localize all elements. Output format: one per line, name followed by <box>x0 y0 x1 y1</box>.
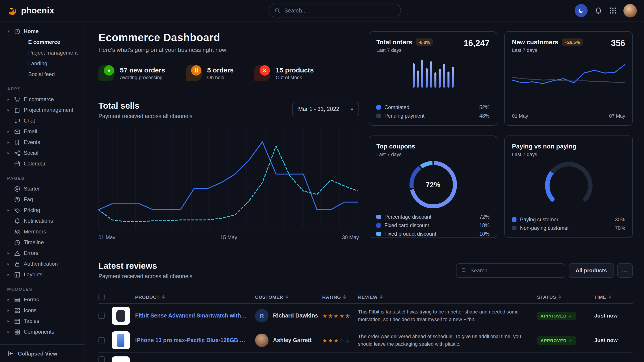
sidebar-item-faq[interactable]: Faq <box>6 194 82 205</box>
stat-value: 15 products <box>276 66 314 73</box>
paying-vs-nonpaying-card: Paying vs non paying Last 7 days Paying … <box>504 135 633 238</box>
sidebar-item-e-commerce[interactable]: ▸E commerce <box>6 94 82 105</box>
stat-value: 57 new orders <box>120 66 165 73</box>
sidebar-item-events[interactable]: ▸Events <box>6 137 82 148</box>
sidebar-item-label: Pricing <box>24 207 40 213</box>
stat-new-orders: ★ 57 new orders Awating processing <box>98 65 165 81</box>
notifications-button[interactable] <box>594 6 602 14</box>
share-icon <box>14 150 20 156</box>
chevron-right-icon: ▸ <box>6 262 11 266</box>
legend-item: Non-paying customer 70% <box>512 225 625 231</box>
main-content: Ecommerce Dashboard Here's what's going … <box>85 21 644 362</box>
sidebar-item-members[interactable]: Members <box>6 226 82 237</box>
card-title: Paying vs non paying <box>512 143 576 150</box>
product-thumbnail[interactable] <box>112 331 130 349</box>
sidebar-item-home[interactable]: ▾ Home <box>6 26 82 37</box>
chevron-right-icon: ▸ <box>6 129 11 134</box>
sidebar-item-forms[interactable]: ▸Forms <box>6 294 82 305</box>
legend-item: Completed 52% <box>376 105 490 110</box>
row-checkbox[interactable] <box>98 357 105 362</box>
stat-out-of-stock: × 15 products Out of stock <box>254 65 314 81</box>
legend-item: Percentage discount 72% <box>376 214 490 220</box>
sidebar-item-notifications[interactable]: Notifications <box>6 216 82 226</box>
sidebar-item-components[interactable]: ▸Components <box>6 327 82 337</box>
column-header-rating[interactable]: RATING <box>322 294 358 299</box>
sidebar-item-e-commerce[interactable]: E commerce <box>6 37 82 47</box>
search-icon <box>274 7 281 14</box>
stat-bubble: × <box>254 65 270 81</box>
row-checkbox[interactable] <box>98 337 105 344</box>
column-header-time[interactable]: TIME <box>594 294 633 299</box>
table-row[interactable]: iPhone 13 pro max-Pacific Blue-128GB sto… <box>98 328 633 353</box>
product-thumbnail[interactable] <box>112 357 130 362</box>
user-avatar[interactable] <box>624 4 637 17</box>
sidebar-item-label: Social <box>24 150 38 156</box>
sidebar-item-label: Project management <box>24 107 73 113</box>
column-header-status[interactable]: STATUS <box>537 294 594 299</box>
table-row[interactable]: Fitbit Sense Advanced Smartwatch with To… <box>98 304 633 328</box>
clipboard-icon <box>14 107 20 113</box>
new-customers-chart <box>512 58 625 101</box>
star-icon: ★ <box>107 67 111 73</box>
legend-item: Pending payment 48% <box>376 113 490 118</box>
column-header-customer[interactable]: CUSTOMER <box>255 294 322 299</box>
sidebar-item-errors[interactable]: ▸Errors <box>6 248 82 259</box>
sidebar-item-icons[interactable]: ▸Icons <box>6 305 82 316</box>
all-products-button[interactable]: All products <box>569 263 614 278</box>
column-header-product[interactable]: PRODUCT <box>135 294 255 299</box>
apps-grid-button[interactable] <box>609 7 617 14</box>
product-link[interactable]: Fitbit Sense Advanced Smartwatch with To… <box>135 313 255 319</box>
select-all-checkbox[interactable] <box>98 294 105 300</box>
new-customers-value: 356 <box>611 38 625 48</box>
row-checkbox[interactable] <box>98 313 105 319</box>
sidebar-item-chat[interactable]: Chat <box>6 115 82 126</box>
collapsed-view-toggle[interactable]: Collapsed View <box>0 344 84 362</box>
sidebar-item-label: Components <box>24 329 54 335</box>
stat-caption: On hold <box>207 74 234 80</box>
sidebar-item-label: Calendar <box>24 161 46 167</box>
chevron-right-icon: ▸ <box>6 308 11 313</box>
column-header-review[interactable]: REVIEW <box>358 294 537 299</box>
reviews-subtitle: Payment received across all channels <box>98 273 192 280</box>
sidebar-item-timeline[interactable]: Timeline <box>6 237 82 248</box>
sidebar-item-calendar[interactable]: Calendar <box>6 158 82 169</box>
donut-center-value: 72% <box>409 161 457 209</box>
stats-row: ★ 57 new orders Awating processing 5 ord… <box>98 65 359 92</box>
product-thumbnail[interactable] <box>112 307 130 325</box>
product-link[interactable]: iPhone 13 pro max-Pacific Blue-128GB sto… <box>135 337 255 344</box>
date-range-select[interactable]: Mar 1 - 31, 2022 ▾ <box>292 102 359 116</box>
status-badge: APPROVED✓ <box>537 312 576 320</box>
sidebar-item-tables[interactable]: ▸Tables <box>6 316 82 327</box>
sidebar-item-social[interactable]: ▸Social <box>6 148 82 158</box>
sidebar-item-social-feed[interactable]: Social feed <box>6 69 82 80</box>
table-row[interactable] <box>98 353 633 362</box>
stat-caption: Out of stock <box>276 74 314 80</box>
more-options-button[interactable]: ... <box>617 263 633 278</box>
axis-label: 01 May <box>512 113 528 118</box>
sidebar-item-landing[interactable]: Landing <box>6 58 82 69</box>
reviews-search-input[interactable] <box>470 267 560 274</box>
search-input[interactable] <box>284 7 396 14</box>
sidebar-item-starter[interactable]: Starter <box>6 183 82 194</box>
page-title: Ecommerce Dashboard <box>98 31 359 44</box>
collapsed-view-label: Collapsed View <box>18 350 57 357</box>
navbar-actions <box>575 4 637 17</box>
stat-value: 5 orders <box>207 66 234 73</box>
brand[interactable]: phoenix <box>7 5 85 16</box>
card-period: Last 7 days <box>512 152 625 157</box>
date-range-value: Mar 1 - 31, 2022 <box>298 106 339 112</box>
sidebar-item-pricing[interactable]: ▸Pricing <box>6 205 82 216</box>
sidebar-item-email[interactable]: ▸Email <box>6 126 82 137</box>
sidebar-item-project-management[interactable]: Project management <box>6 47 82 58</box>
sidebar-item-project-management[interactable]: ▸Project management <box>6 105 82 115</box>
card-period: Last 7 days <box>512 47 611 53</box>
top-navbar: phoenix <box>0 0 644 21</box>
cart-icon <box>14 96 20 103</box>
total-orders-chart <box>376 60 490 88</box>
icons-icon <box>14 307 20 314</box>
sidebar-item-authentication[interactable]: ▸Authentication <box>6 259 82 269</box>
card-title: Top coupons <box>376 143 415 150</box>
sidebar-item-layouts[interactable]: ▸Layouts <box>6 269 82 280</box>
top-coupons-donut-chart: 72% <box>409 161 457 209</box>
theme-toggle-button[interactable] <box>575 4 588 17</box>
